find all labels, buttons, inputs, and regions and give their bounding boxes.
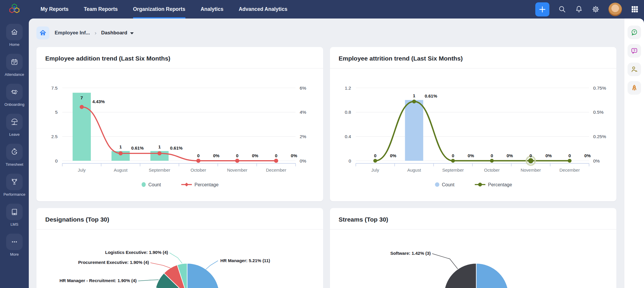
svg-text:September: September	[149, 168, 170, 173]
svg-text:0.75%: 0.75%	[593, 86, 606, 91]
svg-text:0%: 0%	[593, 158, 600, 163]
sidebar-item-leave[interactable]: Leave	[6, 114, 23, 137]
sidebar-label: Home	[9, 42, 20, 47]
settings-gear-icon[interactable]	[592, 5, 600, 13]
svg-text:0: 0	[452, 153, 454, 158]
sidebar-item-onboarding[interactable]: Onboarding	[4, 84, 24, 107]
employee-addition-trend-chart[interactable]: 00%2.52%54%7.56%JulyAugustSeptemberOctob…	[42, 70, 317, 195]
user-avatar[interactable]	[608, 3, 622, 16]
employee-attrition-trend-chart[interactable]: 00%0.40.25%0.80.5%1.20.75%JulyAugustSept…	[336, 70, 611, 195]
svg-text:0%: 0%	[252, 153, 259, 158]
zoho-people-logo-icon	[7, 2, 22, 17]
svg-text:0%: 0%	[584, 153, 591, 158]
user-share-button[interactable]	[628, 63, 641, 76]
handshake-icon	[10, 88, 19, 96]
umbrella-icon	[10, 118, 19, 126]
svg-text:5: 5	[55, 110, 58, 115]
tab-my-reports[interactable]: My Reports	[41, 0, 68, 19]
svg-text:July: July	[371, 168, 379, 173]
primary-tabs: My Reports Team Reports Organization Rep…	[41, 0, 287, 19]
card-title: Employee addition trend (Last Six Months…	[45, 55, 314, 62]
breadcrumb: Employee Inf... › Dashboard	[29, 19, 624, 39]
ellipsis-icon	[10, 238, 19, 246]
svg-text:0.4: 0.4	[345, 134, 351, 139]
svg-text:7: 7	[80, 95, 83, 100]
svg-text:7.5: 7.5	[51, 86, 58, 91]
svg-text:December: December	[559, 168, 580, 173]
trophy-icon	[10, 178, 19, 186]
svg-text:August: August	[407, 168, 421, 173]
svg-text:HR Manager - Recruitment: 1.90: HR Manager - Recruitment: 1.90% (4)	[59, 278, 137, 283]
tab-analytics[interactable]: Analytics	[201, 0, 224, 19]
svg-text:November: November	[227, 168, 247, 173]
dashboard-grid: Employee addition trend (Last Six Months…	[29, 39, 624, 288]
breadcrumb-module[interactable]: Employee Inf...	[55, 30, 90, 36]
svg-text:0.8: 0.8	[345, 110, 351, 115]
svg-text:Count: Count	[148, 182, 161, 187]
notifications-bell-icon[interactable]	[575, 5, 583, 13]
sidebar-item-home[interactable]: Home	[6, 24, 23, 47]
svg-text:August: August	[114, 168, 128, 173]
breadcrumb-home-button[interactable]	[36, 26, 49, 39]
sidebar-item-performance[interactable]: Performance	[4, 174, 25, 197]
svg-text:0%: 0%	[213, 153, 219, 158]
svg-text:December: December	[266, 168, 286, 173]
main-content: Employee Inf... › Dashboard Employee add…	[29, 19, 624, 288]
search-icon[interactable]	[558, 5, 566, 13]
nav-actions	[535, 0, 639, 19]
svg-text:October: October	[190, 168, 206, 173]
plus-icon	[539, 6, 546, 13]
apps-grid-icon[interactable]	[631, 5, 639, 13]
svg-text:0%: 0%	[390, 153, 396, 158]
tab-organization-reports[interactable]: Organization Reports	[133, 0, 185, 19]
tab-team-reports[interactable]: Team Reports	[84, 0, 118, 19]
svg-text:0%: 0%	[545, 153, 552, 158]
svg-text:1: 1	[119, 144, 122, 149]
card-title: Employee attrition trend (Last Six Month…	[339, 55, 608, 62]
tab-advanced-analytics[interactable]: Advanced Analytics	[239, 0, 287, 19]
svg-text:0: 0	[490, 153, 493, 158]
svg-text:0%: 0%	[467, 153, 474, 158]
svg-text:0.61%: 0.61%	[170, 145, 183, 150]
help-chat-button[interactable]: ?	[628, 26, 641, 39]
svg-text:0: 0	[197, 153, 199, 158]
left-sidebar: Home Attendance Onboarding Leave Timeshe…	[0, 19, 29, 288]
sidebar-label: Attendance	[5, 72, 24, 77]
sidebar-item-more[interactable]: More	[6, 234, 23, 257]
svg-text:0: 0	[275, 153, 277, 158]
right-rail: ? ?	[624, 19, 644, 288]
svg-text:6%: 6%	[300, 86, 306, 91]
svg-text:0: 0	[529, 153, 532, 158]
rocket-icon	[630, 84, 638, 92]
stopwatch-icon	[10, 148, 19, 156]
streams-pie-chart[interactable]: Software: 1.42% (3)	[330, 230, 616, 288]
faq-bubble-icon: ?	[630, 47, 638, 55]
sidebar-item-timesheet[interactable]: Timesheet	[6, 144, 23, 167]
sidebar-item-attendance[interactable]: Attendance	[5, 54, 24, 77]
sidebar-label: Leave	[9, 132, 19, 137]
svg-text:0.5%: 0.5%	[593, 110, 604, 115]
designations-pie-chart[interactable]: HR Manager: 5.21% (11)Logistics Executiv…	[36, 230, 323, 288]
svg-text:November: November	[520, 168, 541, 173]
sidebar-label: More	[10, 252, 19, 257]
svg-text:0: 0	[55, 158, 58, 163]
sidebar-item-lms[interactable]: LMS	[6, 204, 23, 227]
svg-text:0%: 0%	[507, 153, 513, 158]
book-icon	[10, 208, 19, 216]
svg-text:July: July	[78, 168, 86, 173]
breadcrumb-page-dropdown[interactable]: Dashboard	[101, 30, 134, 36]
svg-text:1.2: 1.2	[345, 86, 351, 91]
sidebar-label: LMS	[11, 222, 19, 227]
top-navbar: My Reports Team Reports Organization Rep…	[0, 0, 644, 19]
whats-new-button[interactable]	[628, 81, 641, 95]
faq-button[interactable]: ?	[628, 44, 641, 58]
sidebar-label: Onboarding	[4, 102, 24, 107]
add-button[interactable]	[535, 2, 549, 16]
home-icon	[39, 29, 46, 36]
svg-text:4%: 4%	[300, 110, 306, 115]
card-title: Designations (Top 30)	[45, 216, 314, 223]
app-logo[interactable]	[0, 2, 29, 17]
svg-text:0: 0	[568, 153, 571, 158]
card-title: Streams (Top 30)	[339, 216, 608, 223]
svg-text:0: 0	[236, 153, 238, 158]
